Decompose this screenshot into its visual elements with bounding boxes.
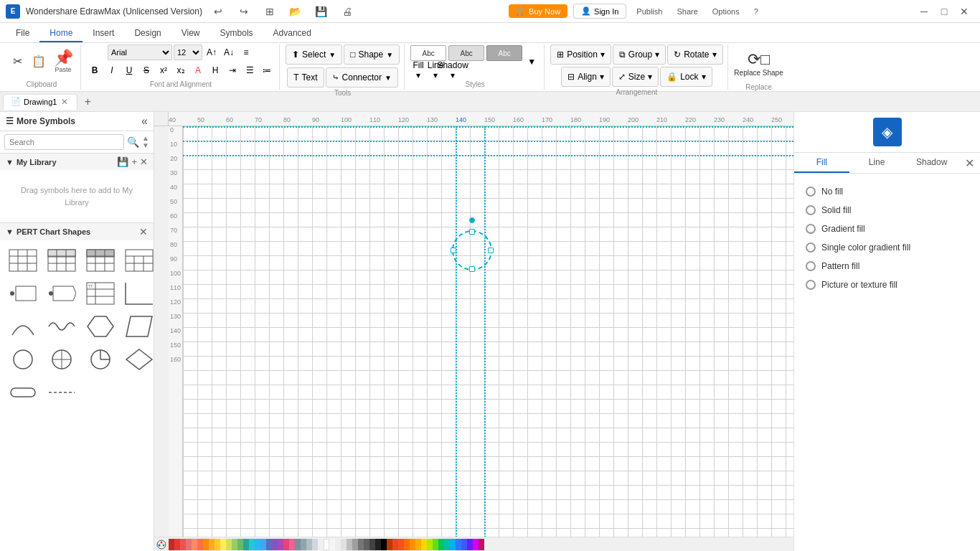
shape-item-table2[interactable]	[44, 246, 79, 275]
selected-shape[interactable]	[452, 230, 495, 273]
color-swatch[interactable]	[415, 539, 421, 550]
handle-top-middle[interactable]	[469, 229, 475, 235]
group-btn[interactable]: ⧉ Group▾	[613, 44, 666, 65]
my-library-close-btn[interactable]: ✕	[140, 156, 148, 167]
shape-circle[interactable]	[452, 230, 492, 270]
doc-tab-drawing1[interactable]: 📄 Drawing1 ✕	[3, 94, 77, 110]
print-btn[interactable]: 🖨	[337, 1, 357, 22]
color-swatch[interactable]	[392, 539, 398, 550]
help-btn[interactable]: ?	[750, 6, 763, 17]
shadow-btn-tb[interactable]: Shadow ▾	[445, 62, 461, 78]
color-swatch[interactable]	[301, 539, 306, 550]
select-btn[interactable]: ⬆ Select ▼	[286, 44, 342, 65]
tab-advanced[interactable]: Advanced	[263, 25, 321, 42]
color-swatch[interactable]	[283, 539, 289, 550]
tab-file[interactable]: File	[6, 25, 39, 42]
shape-item-dashed-line[interactable]	[44, 378, 79, 407]
fill-option-gradient[interactable]: Gradient fill	[803, 220, 971, 238]
redo-btn[interactable]: ↪	[234, 1, 254, 22]
shape-item-diamond-sm[interactable]	[6, 279, 40, 308]
color-swatch[interactable]	[249, 539, 255, 550]
shape-item-table3[interactable]	[83, 246, 118, 275]
color-swatch[interactable]	[456, 539, 461, 550]
color-swatch[interactable]	[180, 539, 186, 550]
style-swatch-1[interactable]: Abc	[410, 45, 446, 61]
replace-shape-btn[interactable]: ⟳□ Replace Shape	[734, 44, 784, 82]
color-swatch[interactable]	[358, 539, 364, 550]
color-swatch[interactable]	[427, 539, 433, 550]
italic-btn[interactable]: I	[104, 62, 120, 78]
size-btn[interactable]: ⤢ Size▾	[612, 67, 659, 87]
add-tab-btn[interactable]: +	[79, 93, 96, 110]
shape-item-circle[interactable]	[6, 345, 40, 374]
connector-btn[interactable]: ⤷ Connector ▼	[326, 67, 398, 88]
shape-item-hexagon[interactable]	[83, 312, 118, 341]
color-swatch[interactable]	[324, 539, 329, 550]
bold-btn[interactable]: B	[87, 62, 103, 78]
tab-design[interactable]: Design	[124, 25, 171, 42]
color-swatch[interactable]	[329, 539, 335, 550]
handle-middle-left[interactable]	[451, 248, 456, 253]
color-swatch[interactable]	[237, 539, 243, 550]
font-color-btn[interactable]: A	[190, 62, 206, 78]
color-swatch[interactable]	[255, 539, 260, 550]
handle-middle-right[interactable]	[488, 248, 494, 253]
align-btn-tb[interactable]: ≡	[238, 44, 254, 60]
color-swatch[interactable]	[266, 539, 272, 550]
ordered-list-btn[interactable]: ≔	[259, 62, 275, 78]
rotate-btn[interactable]: ↻ Rotate▾	[667, 44, 722, 65]
maximize-btn[interactable]: □	[934, 1, 954, 22]
color-swatch[interactable]	[295, 539, 301, 550]
shape-item-parallelogram[interactable]	[122, 312, 154, 341]
handle-rotate[interactable]	[469, 217, 475, 223]
decrease-font-btn[interactable]: A↓	[221, 44, 237, 60]
font-family-select[interactable]: Arial	[108, 44, 172, 60]
canvas-inner[interactable]: 0 10 20 30 40 50 60 70 80 90 100 110 120…	[169, 126, 793, 551]
shape-item-table4[interactable]	[122, 246, 154, 275]
fill-btn-tb[interactable]: Fill ▾	[410, 62, 426, 78]
shape-item-arc[interactable]	[6, 312, 40, 341]
my-library-add-btn[interactable]: +	[131, 156, 137, 167]
color-swatch[interactable]	[398, 539, 404, 550]
list-btn[interactable]: ☰	[242, 62, 258, 78]
color-swatch[interactable]	[197, 539, 203, 550]
publish-btn[interactable]: Publish	[632, 6, 666, 17]
fill-option-picture[interactable]: Picture or texture fill	[803, 276, 971, 294]
subscript-btn[interactable]: x₂	[173, 62, 189, 78]
handle-bottom-middle[interactable]	[469, 266, 475, 272]
my-library-header[interactable]: ▼ My Library 💾 + ✕	[0, 154, 154, 170]
cut-btn[interactable]: ✂	[7, 49, 27, 75]
color-swatch[interactable]	[479, 539, 484, 550]
shape-item-rounded-rect[interactable]	[6, 378, 40, 407]
color-swatch[interactable]	[312, 539, 318, 550]
color-swatch[interactable]	[347, 539, 352, 550]
color-swatch[interactable]	[410, 539, 415, 550]
pert-close-btn[interactable]: ✕	[139, 226, 148, 237]
tab-view[interactable]: View	[171, 25, 210, 42]
color-swatch[interactable]	[341, 539, 347, 550]
strikethrough-btn[interactable]: S	[138, 62, 154, 78]
close-btn[interactable]: ✕	[954, 1, 974, 22]
color-swatch[interactable]	[387, 539, 392, 550]
sign-in-btn[interactable]: 👤 Sign In	[573, 4, 626, 19]
highlight-btn[interactable]: H	[207, 62, 223, 78]
open-btn[interactable]: 📂	[286, 1, 306, 22]
color-swatch[interactable]	[186, 539, 192, 550]
shape-item-pie-chart[interactable]	[83, 345, 118, 374]
color-swatch[interactable]	[272, 539, 278, 550]
align-btn[interactable]: ⊟ Align▾	[561, 67, 611, 87]
minimize-btn[interactable]: ─	[914, 1, 934, 22]
canvas-grid[interactable]	[183, 126, 793, 551]
color-swatch[interactable]	[220, 539, 226, 550]
right-tab-fill[interactable]: Fill	[794, 153, 849, 173]
fill-option-single-gradient[interactable]: Single color gradient fill	[803, 238, 971, 257]
my-library-save-btn[interactable]: 💾	[117, 156, 128, 167]
right-panel-close-btn[interactable]: ✕	[959, 153, 980, 173]
paste-btn[interactable]: 📌 Paste	[50, 44, 76, 79]
tab-insert[interactable]: Insert	[83, 25, 124, 42]
new-btn[interactable]: ⊞	[260, 1, 280, 22]
underline-btn[interactable]: U	[121, 62, 137, 78]
color-swatch[interactable]	[369, 539, 375, 550]
shape-item-table1[interactable]	[6, 246, 40, 275]
tab-symbols[interactable]: Symbols	[210, 25, 263, 42]
